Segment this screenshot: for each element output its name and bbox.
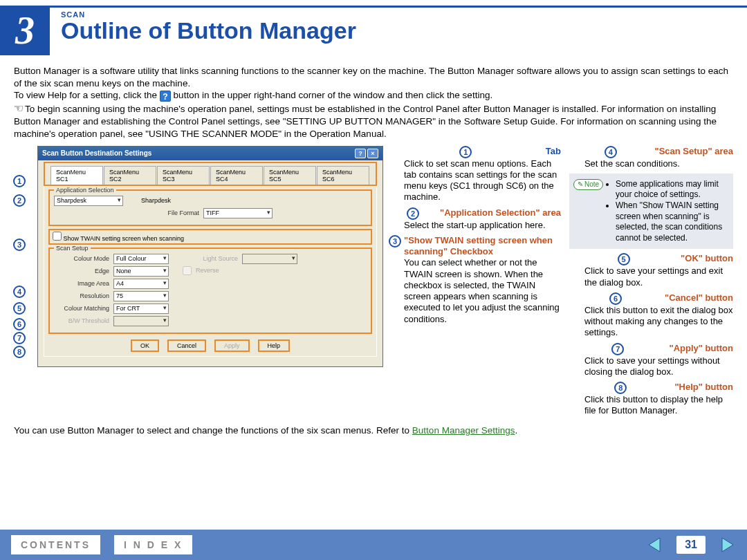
intro-p2: To view Help for a setting, click the ? … xyxy=(14,89,733,102)
marker-7: 7 xyxy=(13,332,26,344)
help-icon: ? xyxy=(160,91,171,102)
app-side-label: Sharpdesk xyxy=(141,197,171,204)
scan-setup-fieldset: Scan Setup Colour ModeFull Colour EdgeNo… xyxy=(48,248,372,334)
tab-sc2[interactable]: ScanMenu SC2 xyxy=(104,166,156,185)
file-format-label: File Format xyxy=(144,209,199,216)
callout-4: 4"Scan Setup" area Set the scan conditio… xyxy=(569,146,733,169)
reverse-checkbox xyxy=(183,266,192,275)
app-selection-fieldset: Application Selection Sharpdesk Sharpdes… xyxy=(48,189,372,226)
callout-2: 2"Application Selection" area Select the… xyxy=(389,207,561,231)
tab-sc1[interactable]: ScanMenu SC1 xyxy=(50,166,103,185)
apply-button[interactable]: Apply xyxy=(214,339,250,352)
dialog-titlebar: Scan Button Destination Settings ? × xyxy=(38,147,382,160)
callout-1: 1Tab Click to set scan menu options. Eac… xyxy=(389,146,561,203)
svg-marker-1 xyxy=(722,538,733,552)
callout-7: 7"Apply" button Click to save your setti… xyxy=(569,343,733,378)
note-item: When "Show TWAIN setting screen when sca… xyxy=(616,200,729,243)
app-selection-select[interactable]: Sharpdesk xyxy=(54,196,123,206)
dialog-button-row: OK Cancel Apply Help xyxy=(48,337,372,352)
colour-mode-select[interactable]: Full Colour xyxy=(113,254,169,264)
intro-p1: Button Manager is a software utility tha… xyxy=(14,65,733,89)
app-selection-legend: Application Selection xyxy=(54,187,116,194)
callout-5: 5"OK" button Click to save your settings… xyxy=(569,253,733,288)
twain-checkbox-label: Show TWAIN setting screen when scanning xyxy=(64,235,185,242)
dialog-title: Scan Button Destination Settings xyxy=(42,149,151,157)
edge-select[interactable]: None xyxy=(113,266,169,277)
light-source-select xyxy=(242,254,297,264)
marker-6: 6 xyxy=(13,318,26,330)
note-item: Some applications may limit your choice … xyxy=(616,179,729,200)
callout-8: 8"Help" button Click this button to disp… xyxy=(569,382,733,417)
prev-page-arrow[interactable] xyxy=(646,536,663,553)
marker-2: 2 xyxy=(13,194,26,207)
resolution-select[interactable]: 75 xyxy=(113,291,169,301)
dialog-screenshot: Scan Button Destination Settings ? × Sca… xyxy=(37,146,383,367)
scan-setup-legend: Scan Setup xyxy=(54,245,91,252)
next-page-arrow[interactable] xyxy=(719,536,736,553)
index-button[interactable]: I N D E X xyxy=(114,535,192,554)
bw-threshold-select xyxy=(113,316,169,326)
image-area-select[interactable]: A4 xyxy=(113,279,169,289)
page-footer: CONTENTS I N D E X 31 xyxy=(0,530,747,560)
header-text: SCAN Outline of Button Manager xyxy=(50,6,747,55)
help-window-button[interactable]: ? xyxy=(355,149,366,158)
tabs-row: ScanMenu SC1 ScanMenu SC2 ScanMenu SC3 S… xyxy=(44,162,377,186)
intro-text: Button Manager is a software utility tha… xyxy=(0,55,747,143)
tab-sc3[interactable]: ScanMenu SC3 xyxy=(157,166,210,185)
tab-sc6[interactable]: ScanMenu SC6 xyxy=(317,166,369,185)
note-list: Some applications may limit your choice … xyxy=(607,179,729,244)
colour-matching-select[interactable]: For CRT xyxy=(113,304,169,314)
window-controls: ? × xyxy=(355,149,378,158)
callout-3: 3"Show TWAIN setting screen when scannin… xyxy=(389,235,561,325)
hand-pointer-icon: ☞ xyxy=(14,102,24,116)
marker-4: 4 xyxy=(13,286,26,298)
page-header: 3 SCAN Outline of Button Manager xyxy=(0,0,747,55)
svg-marker-0 xyxy=(649,538,660,552)
callout-6: 6"Cancel" button Click this button to ex… xyxy=(569,292,733,339)
tab-sc5[interactable]: ScanMenu SC5 xyxy=(264,166,316,185)
twain-checkbox[interactable] xyxy=(53,232,62,241)
page-title: Outline of Button Manager xyxy=(61,17,747,44)
main-content: 1 2 3 4 5 6 7 8 Scan Button Destination … xyxy=(0,143,747,421)
help-button[interactable]: Help xyxy=(258,339,290,352)
twain-checkbox-row: Show TWAIN setting screen when scanning xyxy=(48,229,372,245)
file-format-select[interactable]: TIFF xyxy=(203,208,273,218)
marker-5: 5 xyxy=(13,302,26,315)
contents-button[interactable]: CONTENTS xyxy=(11,535,100,554)
page-number: 31 xyxy=(676,536,706,554)
chapter-number: 3 xyxy=(0,6,50,55)
note-box: Note Some applications may limit your ch… xyxy=(569,174,733,250)
close-window-button[interactable]: × xyxy=(367,149,378,158)
button-manager-settings-link[interactable]: Button Manager Settings xyxy=(412,425,515,436)
marker-3: 3 xyxy=(13,239,26,251)
closing-text: You can use Button Manager to select and… xyxy=(0,421,747,436)
marker-8: 8 xyxy=(13,346,26,358)
cancel-button[interactable]: Cancel xyxy=(167,339,206,352)
marker-1: 1 xyxy=(13,175,26,187)
intro-p3: ☞To begin scanning using the machine's o… xyxy=(14,102,733,140)
dialog-body: Application Selection Sharpdesk Sharpdes… xyxy=(44,186,377,357)
callouts: 1Tab Click to set scan menu options. Eac… xyxy=(389,146,733,421)
ok-button[interactable]: OK xyxy=(131,339,159,352)
tab-sc4[interactable]: ScanMenu SC4 xyxy=(210,166,263,185)
marker-column: 1 2 3 4 5 6 7 8 xyxy=(7,146,32,421)
note-pill: Note xyxy=(573,179,603,191)
